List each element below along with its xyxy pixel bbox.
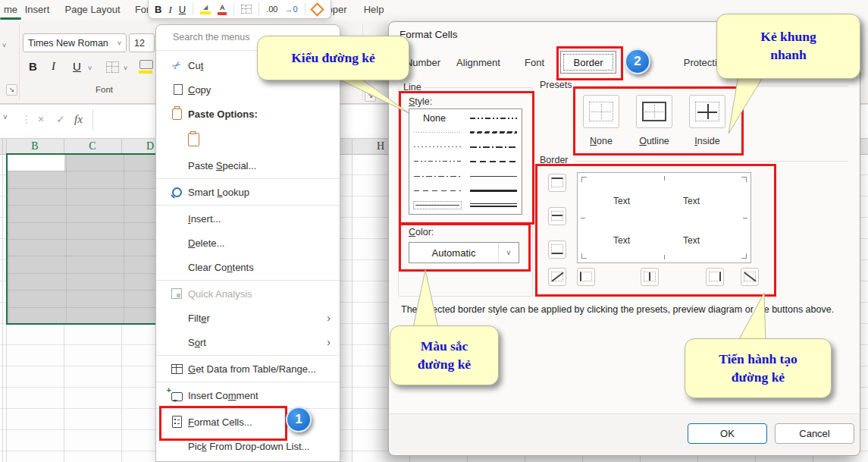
menu-item-insert-comment[interactable]: Insert Comment: [156, 383, 340, 407]
callout-line-style: Kiểu đường kẻ: [257, 36, 409, 80]
line-style-none[interactable]: None: [414, 113, 446, 124]
bold-button[interactable]: B: [155, 5, 161, 14]
line-style-medium-dashed[interactable]: [470, 154, 517, 168]
underline-button[interactable]: U: [179, 5, 186, 14]
border-right-button[interactable]: [706, 268, 724, 286]
name-box-chevron-icon[interactable]: ˅: [3, 113, 8, 121]
font-name-select[interactable]: Times New Roman ˅: [23, 33, 127, 52]
menu-item-paste-special[interactable]: Paste Special...: [156, 153, 340, 178]
menu-item-sort[interactable]: Sort›: [156, 330, 340, 354]
border-middle-vertical-button[interactable]: [641, 268, 659, 286]
border-left-button[interactable]: [577, 268, 595, 286]
preview-text: Text: [683, 196, 700, 206]
line-style-list[interactable]: None: [409, 108, 522, 215]
menu-item-copy[interactable]: Copy: [156, 77, 340, 102]
color-dropdown[interactable]: Automatic ˅: [409, 242, 519, 263]
border-preview[interactable]: Text Text Text Text: [577, 172, 751, 263]
border-bottom-button[interactable]: [548, 240, 566, 259]
ribbon-tab-help[interactable]: Help: [364, 4, 384, 15]
callout-create-border: Tiến hành tạođường kẻ: [685, 338, 832, 398]
border-top-button[interactable]: [548, 174, 566, 192]
dialog-tab-number[interactable]: Number: [406, 57, 440, 68]
ribbon-tab-insert[interactable]: Insert: [25, 4, 50, 15]
preset-none-button[interactable]: [583, 95, 619, 128]
selected-range[interactable]: [6, 153, 180, 325]
line-style-medium-dash-dot-dot[interactable]: [470, 111, 517, 125]
increase-decimal-button[interactable]: .00: [266, 5, 277, 14]
ribbon-tab-home[interactable]: me: [4, 4, 17, 15]
preset-outline-button[interactable]: [636, 95, 672, 128]
column-header-H[interactable]: H: [377, 140, 384, 152]
dialog-launcher-icon[interactable]: ↘: [6, 84, 17, 96]
line-style-thick[interactable]: [470, 184, 517, 198]
menu-item-get-data[interactable]: Get Data from Table/Range...: [156, 357, 340, 381]
ribbon-tab-page-layout[interactable]: Page Layout: [64, 4, 120, 15]
line-style-dashed[interactable]: [414, 184, 461, 198]
line-style-medium-dash-dot[interactable]: [470, 140, 517, 154]
callout-text: Tiến hành tạođường kẻ: [719, 350, 797, 386]
chevron-down-icon[interactable]: ˅: [124, 64, 127, 72]
active-cell[interactable]: [8, 155, 64, 171]
sensitivity-icon[interactable]: [310, 2, 324, 16]
column-header-C[interactable]: C: [89, 140, 96, 152]
border-groupline: [575, 161, 848, 162]
column-header-D[interactable]: D: [146, 140, 154, 152]
menu-item-filter[interactable]: Filter›: [156, 306, 340, 330]
menu-item-format-cells[interactable]: Format Cells...: [156, 410, 340, 434]
line-style-slanted-dash[interactable]: [470, 125, 517, 140]
enter-icon[interactable]: ✓: [56, 113, 65, 125]
font-group-label: Font: [96, 85, 113, 94]
chevron-down-icon[interactable]: ˅: [2, 42, 6, 49]
menu-item-label: Cut: [188, 60, 203, 71]
menu-item-paste-options[interactable]: Paste Options:: [156, 102, 340, 126]
menu-item-insert[interactable]: Insert...: [156, 206, 340, 231]
menu-item-label: Smart Lookup: [188, 187, 249, 198]
chevron-down-icon[interactable]: ˅: [498, 243, 519, 262]
dialog-tab-border[interactable]: Border: [560, 51, 616, 74]
line-style-hairline[interactable]: [414, 125, 461, 140]
menu-item-clear-contents[interactable]: Clear Contents: [156, 255, 340, 279]
borders-icon[interactable]: [241, 5, 252, 14]
dialog-tab-alignment[interactable]: Alignment: [456, 57, 500, 68]
menu-item-label: Quick Analysis: [188, 288, 252, 300]
menu-item-smart-lookup[interactable]: Smart Lookup: [156, 180, 340, 204]
line-style-thin-solid[interactable]: [470, 169, 517, 184]
line-style-dash-dot[interactable]: [414, 169, 461, 184]
font-color-icon[interactable]: A: [218, 4, 227, 15]
toolbar-divider: [193, 3, 193, 15]
decrease-decimal-button[interactable]: →0: [284, 5, 297, 14]
font-size-select[interactable]: 12: [129, 33, 155, 52]
fill-color-icon[interactable]: [139, 60, 153, 69]
dialog-tab-font[interactable]: Font: [525, 57, 544, 68]
border-diagonal-up-button[interactable]: [548, 268, 566, 286]
highlight-color-icon[interactable]: ◢: [200, 4, 211, 14]
line-style-double[interactable]: [470, 198, 517, 212]
underline-button[interactable]: U: [73, 61, 81, 72]
italic-button[interactable]: I: [52, 61, 55, 72]
line-style-thin-solid-selected[interactable]: [414, 198, 461, 212]
menu-item-pick-from-list[interactable]: Pick From Drop-down List...: [156, 434, 340, 458]
borders-icon[interactable]: [106, 61, 119, 73]
border-diagonal-down-button[interactable]: [741, 268, 759, 286]
fx-icon[interactable]: fx: [74, 113, 83, 126]
copy-icon: [174, 84, 183, 95]
line-style-dotted[interactable]: [414, 140, 461, 154]
chevron-down-icon[interactable]: ˅: [88, 64, 92, 72]
presets-groupline: [575, 86, 848, 86]
cancel-button[interactable]: Cancel: [775, 423, 854, 444]
bold-button[interactable]: B: [29, 61, 37, 72]
column-header-B[interactable]: B: [31, 140, 38, 152]
menu-item-paste-keep-source[interactable]: [156, 126, 340, 153]
cancel-icon[interactable]: ×: [38, 113, 44, 125]
step-badge-1: 1: [286, 407, 312, 432]
menu-item-delete[interactable]: Delete...: [156, 231, 340, 255]
border-middle-horizontal-button[interactable]: [548, 207, 566, 225]
submenu-arrow-icon: ›: [327, 312, 331, 324]
comment-icon: [171, 392, 183, 401]
preset-outline-icon: [642, 102, 666, 121]
line-style-dash-dot-dot[interactable]: [414, 154, 461, 168]
border-diagonal-up-icon: [551, 272, 563, 281]
ok-button[interactable]: OK: [688, 423, 767, 444]
italic-button[interactable]: I: [168, 5, 171, 14]
border-diagonal-down-icon: [744, 272, 756, 281]
